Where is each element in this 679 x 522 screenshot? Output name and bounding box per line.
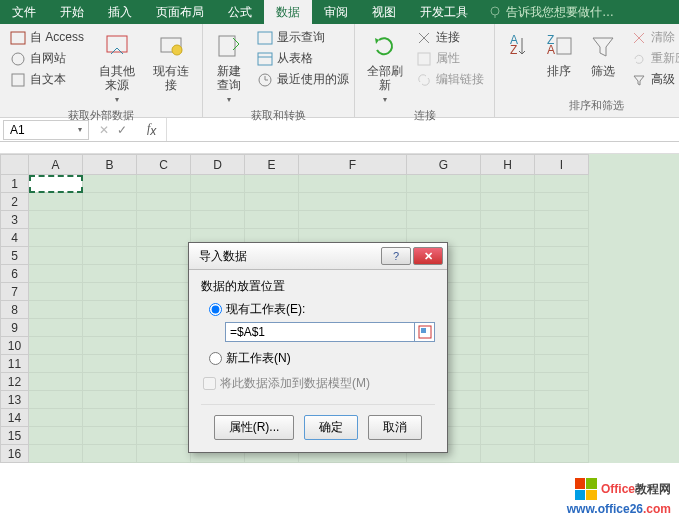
- filter-button[interactable]: 筛选: [583, 28, 623, 96]
- advanced-button[interactable]: 高级: [627, 70, 679, 89]
- dialog-help-button[interactable]: ?: [381, 247, 411, 265]
- row-header[interactable]: 2: [1, 193, 29, 211]
- radio-existing-sheet[interactable]: 现有工作表(E):: [209, 301, 435, 318]
- new-query-button[interactable]: 新建 查询▾: [209, 28, 249, 106]
- cell-reference-input[interactable]: [225, 322, 415, 342]
- row-header[interactable]: 8: [1, 301, 29, 319]
- ribbon: 自 Access 自网站 自文本 自其他来源▾ 现有连接 获取外部数据 新建 查…: [0, 24, 679, 118]
- radio-existing-label: 现有工作表(E):: [226, 301, 305, 318]
- watermark-url-ext: .com: [643, 502, 671, 516]
- accept-formula-icon[interactable]: ✓: [117, 123, 127, 137]
- radio-existing-input[interactable]: [209, 303, 222, 316]
- chevron-down-icon[interactable]: ▾: [78, 125, 82, 134]
- tab-file[interactable]: 文件: [0, 0, 48, 24]
- select-all-corner[interactable]: [1, 155, 29, 175]
- row-header[interactable]: 11: [1, 355, 29, 373]
- connections-button[interactable]: 连接: [412, 28, 488, 47]
- tab-formula[interactable]: 公式: [216, 0, 264, 24]
- connection-icon: [416, 30, 432, 46]
- svg-rect-5: [107, 36, 127, 52]
- cancel-button[interactable]: 取消: [368, 415, 422, 440]
- row-header[interactable]: 6: [1, 265, 29, 283]
- col-header[interactable]: E: [245, 155, 299, 175]
- formula-bar: A1 ▾ ✕ ✓ fx: [0, 118, 679, 142]
- lightbulb-icon: [488, 5, 502, 19]
- radio-new-input[interactable]: [209, 352, 222, 365]
- row-header[interactable]: 15: [1, 427, 29, 445]
- from-text-button[interactable]: 自文本: [6, 70, 88, 89]
- row-header[interactable]: 12: [1, 373, 29, 391]
- refresh-all-button[interactable]: 全部刷新▾: [361, 28, 408, 106]
- col-header[interactable]: D: [191, 155, 245, 175]
- row-header[interactable]: 4: [1, 229, 29, 247]
- clear-filter-button[interactable]: 清除: [627, 28, 679, 47]
- row-header[interactable]: 13: [1, 391, 29, 409]
- row-header[interactable]: 10: [1, 337, 29, 355]
- radio-new-sheet[interactable]: 新工作表(N): [209, 350, 435, 367]
- clear-icon: [631, 30, 647, 46]
- tab-data[interactable]: 数据: [264, 0, 312, 24]
- row-header[interactable]: 16: [1, 445, 29, 463]
- col-header[interactable]: G: [407, 155, 481, 175]
- show-query-icon: [257, 30, 273, 46]
- dialog-close-button[interactable]: ✕: [413, 247, 443, 265]
- import-data-dialog: 导入数据 ? ✕ 数据的放置位置 现有工作表(E): 新工作表(N) 将此数据添…: [188, 242, 448, 453]
- cell-a1[interactable]: [29, 175, 83, 193]
- show-query-button[interactable]: 显示查询: [253, 28, 353, 47]
- existing-conn-button[interactable]: 现有连接: [146, 28, 196, 106]
- row-header[interactable]: 7: [1, 283, 29, 301]
- svg-rect-8: [219, 36, 235, 56]
- new-query-icon: [215, 32, 243, 60]
- col-header[interactable]: B: [83, 155, 137, 175]
- edit-link-icon: [416, 72, 432, 88]
- row-header[interactable]: 9: [1, 319, 29, 337]
- sort-icon: ZA: [545, 32, 573, 60]
- from-access-button[interactable]: 自 Access: [6, 28, 88, 47]
- svg-point-0: [491, 7, 499, 15]
- tab-review[interactable]: 审阅: [312, 0, 360, 24]
- row-header[interactable]: 5: [1, 247, 29, 265]
- col-header[interactable]: F: [299, 155, 407, 175]
- dialog-titlebar[interactable]: 导入数据 ? ✕: [189, 243, 447, 270]
- edit-links-button[interactable]: 编辑链接: [412, 70, 488, 89]
- row-header[interactable]: 14: [1, 409, 29, 427]
- tell-me-label: 告诉我您想要做什…: [506, 4, 614, 21]
- svg-point-3: [12, 53, 24, 65]
- col-header[interactable]: A: [29, 155, 83, 175]
- filter-icon: [589, 32, 617, 60]
- cancel-formula-icon[interactable]: ✕: [99, 123, 109, 137]
- sort-asc-button[interactable]: AZ: [501, 28, 535, 96]
- tell-me[interactable]: 告诉我您想要做什…: [480, 0, 679, 24]
- reapply-icon: [631, 51, 647, 67]
- tab-home[interactable]: 开始: [48, 0, 96, 24]
- from-table-button[interactable]: 从表格: [253, 49, 353, 68]
- tab-insert[interactable]: 插入: [96, 0, 144, 24]
- formula-input[interactable]: [166, 118, 679, 141]
- add-to-model-checkbox[interactable]: 将此数据添加到数据模型(M): [203, 375, 435, 392]
- col-header[interactable]: C: [137, 155, 191, 175]
- sort-button[interactable]: ZA 排序: [539, 28, 579, 96]
- col-header[interactable]: H: [481, 155, 535, 175]
- range-picker-icon: [418, 325, 432, 339]
- ok-button[interactable]: 确定: [304, 415, 358, 440]
- tab-dev[interactable]: 开发工具: [408, 0, 480, 24]
- office-logo-icon: [575, 478, 597, 500]
- from-other-button[interactable]: 自其他来源▾: [92, 28, 142, 106]
- properties-button[interactable]: 属性: [412, 49, 488, 68]
- name-box[interactable]: A1 ▾: [3, 120, 89, 140]
- svg-rect-18: [557, 38, 571, 54]
- fx-button[interactable]: fx: [137, 121, 166, 138]
- range-picker-button[interactable]: [415, 322, 435, 342]
- col-header[interactable]: I: [535, 155, 589, 175]
- row-header[interactable]: 1: [1, 175, 29, 193]
- recent-icon: [257, 72, 273, 88]
- reapply-button[interactable]: 重新应: [627, 49, 679, 68]
- add-to-model-input: [203, 377, 216, 390]
- recent-source-button[interactable]: 最近使用的源: [253, 70, 353, 89]
- tab-view[interactable]: 视图: [360, 0, 408, 24]
- from-web-button[interactable]: 自网站: [6, 49, 88, 68]
- properties-button[interactable]: 属性(R)...: [214, 415, 295, 440]
- svg-text:Z: Z: [510, 43, 517, 57]
- row-header[interactable]: 3: [1, 211, 29, 229]
- tab-layout[interactable]: 页面布局: [144, 0, 216, 24]
